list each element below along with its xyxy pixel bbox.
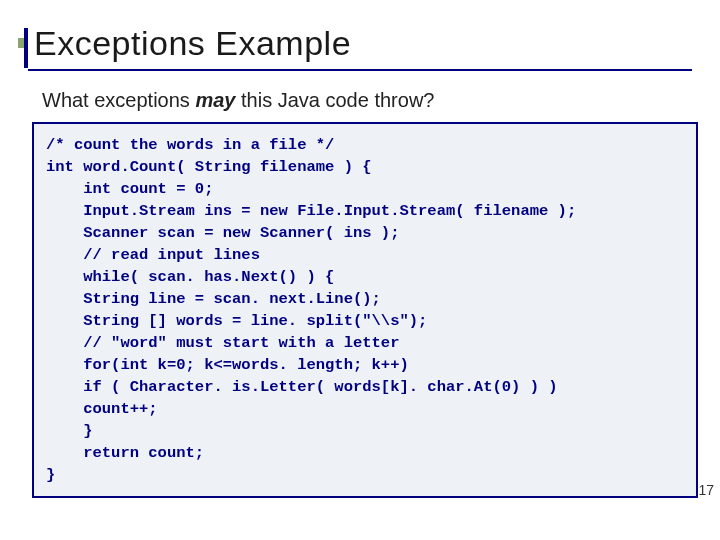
slide: Exceptions Example What exceptions may t… — [0, 0, 720, 540]
code-content: /* count the words in a file */ int word… — [46, 134, 684, 486]
title-block: Exceptions Example — [28, 24, 692, 71]
title-accent-bar — [24, 28, 28, 68]
page-number: 17 — [698, 482, 714, 498]
subtitle: What exceptions may this Java code throw… — [42, 89, 692, 112]
subtitle-prefix: What exceptions — [42, 89, 195, 111]
subtitle-emphasis: may — [195, 89, 235, 111]
code-box: /* count the words in a file */ int word… — [32, 122, 698, 498]
subtitle-suffix: this Java code throw? — [235, 89, 434, 111]
slide-title: Exceptions Example — [28, 24, 692, 63]
title-underline — [28, 69, 692, 71]
